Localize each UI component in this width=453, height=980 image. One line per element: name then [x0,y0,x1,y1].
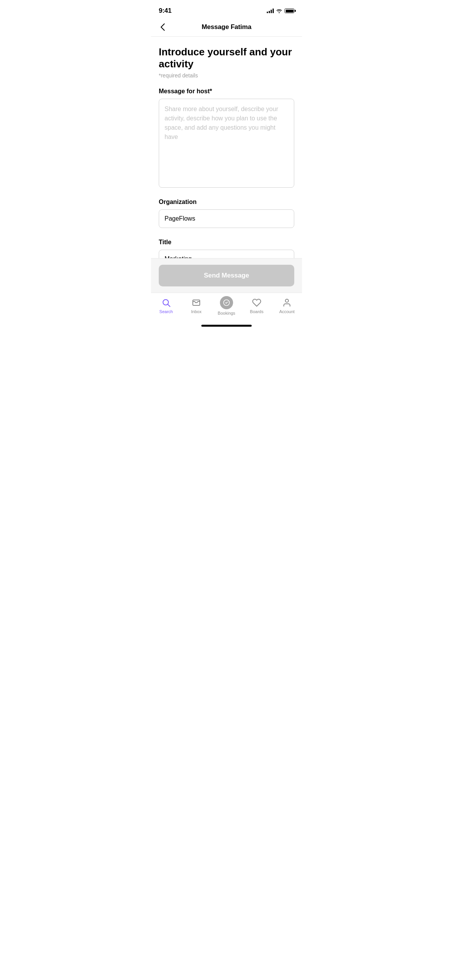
status-time: 9:41 [159,7,172,15]
tab-bookings-label: Bookings [218,311,235,315]
nav-title: Message Fatima [202,23,252,31]
main-content: Introduce yourself and your activity *re… [151,37,302,258]
tab-account[interactable]: Account [275,298,299,314]
status-icons [267,9,294,13]
signal-icon [267,9,274,13]
tab-boards-label: Boards [250,309,264,314]
search-icon [161,298,171,308]
tab-account-label: Account [279,309,295,314]
message-label: Message for host* [159,88,294,95]
title-field-group: Title [159,239,294,258]
boards-icon [252,298,262,308]
svg-line-1 [168,305,170,307]
tab-inbox-label: Inbox [191,309,202,314]
title-label: Title [159,239,294,246]
page-title: Introduce yourself and your activity [159,46,294,70]
svg-point-4 [285,299,288,302]
tab-search[interactable]: Search [154,298,178,314]
required-note: *required details [159,72,294,79]
message-field-group: Message for host* [159,88,294,189]
message-textarea[interactable] [159,99,294,188]
back-button[interactable] [159,22,166,33]
tab-bookings[interactable]: Bookings [215,296,238,315]
send-button-container: Send Message [151,258,302,293]
account-icon [282,298,292,308]
wifi-icon [276,9,282,13]
title-input[interactable] [159,250,294,258]
battery-icon [285,9,294,13]
organization-field-group: Organization [159,199,294,237]
tab-boards[interactable]: Boards [245,298,268,314]
nav-header: Message Fatima [151,19,302,37]
organization-label: Organization [159,199,294,206]
inbox-icon [191,298,201,308]
tab-bar: Search Inbox Bookings Boards [151,293,302,323]
bookings-icon [220,296,233,309]
tab-search-label: Search [160,309,173,314]
status-bar: 9:41 [151,0,302,19]
tab-inbox[interactable]: Inbox [185,298,208,314]
send-message-button[interactable]: Send Message [159,265,294,286]
home-indicator [201,325,252,327]
organization-input[interactable] [159,209,294,228]
